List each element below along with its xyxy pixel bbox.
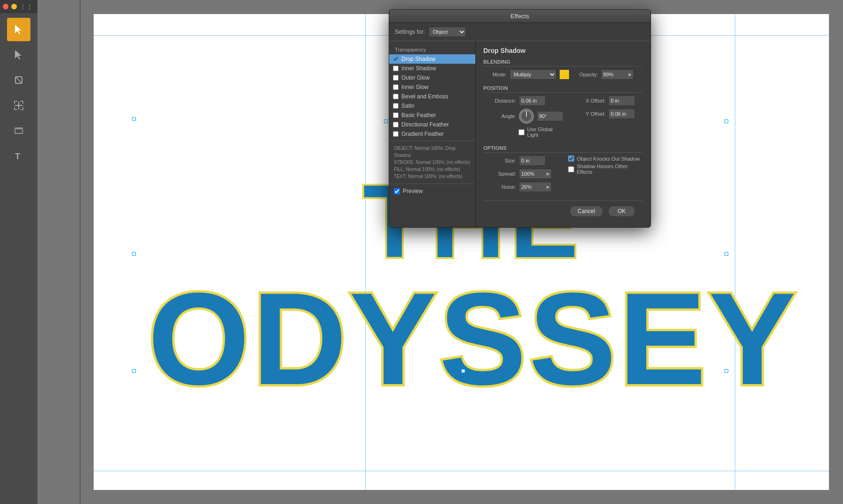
x-offset-row: X Offset:	[573, 96, 643, 106]
effect-checkbox-basic-feather[interactable]	[393, 112, 399, 118]
dialog-footer: Cancel OK	[483, 200, 643, 222]
dialog-right-panel: Drop Shadow Blending Mode: Multiply Norm…	[476, 41, 651, 227]
svg-line-3	[15, 77, 22, 83]
resize-tool-icon	[13, 100, 24, 111]
more-button[interactable]: ⋮⋮	[20, 3, 33, 10]
effect-label-directional-feather: Directional Feather	[401, 121, 449, 128]
effect-item-inner-glow[interactable]: Inner Glow	[389, 82, 475, 92]
angle-input[interactable]	[537, 112, 563, 120]
preview-checkbox[interactable]	[394, 188, 400, 194]
effect-checkbox-gradient-feather[interactable]	[393, 131, 399, 137]
effect-item-outer-glow[interactable]: Outer Glow	[389, 73, 475, 82]
status-line-2: STROKE: Normal 100%; (no effects)	[394, 159, 471, 166]
effect-label-outer-glow: Outer Glow	[401, 74, 430, 81]
y-offset-row: Y Offset:	[573, 109, 643, 119]
options-section: Options Size: Spread:	[483, 145, 643, 195]
effect-item-satin[interactable]: Satin	[389, 101, 475, 111]
x-offset-input[interactable]	[609, 97, 635, 104]
close-button[interactable]	[3, 4, 8, 9]
effect-checkbox-bevel-emboss[interactable]	[393, 94, 399, 99]
effect-checkbox-outer-glow[interactable]	[393, 75, 399, 81]
spread-arrow[interactable]: ▶	[545, 171, 551, 176]
direct-selection-tool-button[interactable]	[7, 43, 30, 67]
blend-color-swatch[interactable]	[559, 69, 569, 80]
effect-checkbox-inner-shadow[interactable]	[393, 66, 399, 71]
size-row: Size:	[483, 156, 559, 166]
effect-checkbox-drop-shadow[interactable]	[393, 56, 399, 62]
svg-marker-1	[15, 50, 22, 59]
selection-handle-ml[interactable]	[132, 252, 136, 256]
options-cols: Size: Spread: ▶	[483, 156, 643, 195]
art-line-odyssey: ODYSSEY	[148, 273, 799, 404]
noise-label: Noise:	[483, 184, 516, 190]
y-offset-input[interactable]	[609, 110, 635, 118]
status-line-4: TEXT: Normal 100%; (no effects)	[394, 173, 471, 180]
position-section: Position Distance: Angle:	[483, 85, 643, 140]
distance-input[interactable]	[519, 97, 545, 104]
effect-item-directional-feather[interactable]: Directional Feather	[389, 120, 475, 129]
selection-handle-br[interactable]	[725, 369, 728, 373]
effect-item-drop-shadow[interactable]: Drop Shadow	[389, 54, 475, 64]
toolbar: ⋮⋮ T	[0, 0, 37, 504]
status-line-3: FILL: Normal 100%; (no effects)	[394, 166, 471, 173]
blending-section: Blending Mode: Multiply Normal Screen Op…	[483, 59, 643, 80]
shadow-honors-label: Shadow Honors Other Effects	[577, 163, 643, 175]
scale-tool-button[interactable]	[7, 119, 30, 142]
size-input-wrap	[519, 156, 546, 166]
status-line-1: OBJECT: Normal 100%; Drop Shadow	[394, 145, 471, 159]
selection-handle-mr[interactable]	[725, 252, 728, 256]
selection-handle-bl[interactable]	[132, 369, 136, 373]
position-label: Position	[483, 85, 643, 93]
global-light-checkbox[interactable]	[518, 129, 525, 135]
spread-input[interactable]	[519, 170, 545, 178]
noise-input[interactable]	[519, 183, 545, 191]
angle-dial[interactable]	[519, 109, 534, 124]
selection-tool-button[interactable]	[7, 18, 30, 41]
effect-item-bevel-emboss[interactable]: Bevel and Emboss	[389, 92, 475, 101]
preview-label: Preview	[403, 188, 423, 194]
size-input[interactable]	[519, 157, 545, 164]
shadow-honors-checkbox[interactable]	[568, 166, 574, 172]
direct-selection-icon	[13, 49, 24, 60]
effect-checkbox-inner-glow[interactable]	[393, 84, 399, 90]
object-knocks-out-checkbox[interactable]	[568, 156, 574, 162]
size-label: Size:	[483, 158, 516, 163]
effect-item-basic-feather[interactable]: Basic Feather	[389, 111, 475, 120]
opacity-arrow[interactable]: ▶	[627, 72, 633, 77]
effect-checkbox-satin[interactable]	[393, 103, 399, 109]
dialog-status: OBJECT: Normal 100%; Drop Shadow STROKE:…	[389, 141, 475, 184]
pen-tool-button[interactable]	[7, 68, 30, 92]
effects-dialog: Effects Settings for: Object Transparenc…	[389, 9, 651, 228]
effect-item-inner-shadow[interactable]: Inner Shadow	[389, 64, 475, 73]
selection-handle-tl[interactable]	[132, 117, 136, 121]
mode-label: Mode:	[483, 72, 507, 77]
angle-row: Angle:	[483, 109, 563, 124]
selection-handle-bm[interactable]	[461, 369, 465, 373]
mode-row: Mode: Multiply Normal Screen Opacity: ▶	[483, 69, 643, 80]
opacity-input[interactable]	[601, 71, 627, 78]
dialog-title: Effects	[510, 13, 529, 20]
text-tool-button[interactable]: T	[7, 144, 30, 168]
minimize-button[interactable]	[11, 4, 17, 9]
effect-item-gradient-feather[interactable]: Gradient Feather	[389, 129, 475, 139]
shadow-honors-row: Shadow Honors Other Effects	[568, 163, 643, 175]
y-offset-label: Y Offset:	[573, 111, 606, 117]
selection-handle-tr[interactable]	[725, 119, 728, 123]
svg-point-7	[521, 111, 532, 122]
spread-row: Spread: ▶	[483, 169, 559, 179]
pen-tool-icon	[13, 74, 24, 86]
noise-arrow[interactable]: ▶	[545, 185, 551, 189]
effect-label-drop-shadow: Drop Shadow	[401, 56, 436, 62]
resize-tool-button[interactable]	[7, 94, 30, 117]
effect-label-basic-feather: Basic Feather	[401, 112, 436, 119]
effect-checkbox-directional-feather[interactable]	[393, 122, 399, 127]
opacity-input-wrap: ▶	[601, 69, 634, 80]
svg-marker-0	[15, 25, 22, 34]
blending-label: Blending	[483, 59, 643, 67]
blend-mode-select[interactable]: Multiply Normal Screen	[510, 69, 556, 80]
cancel-button[interactable]: Cancel	[569, 206, 603, 217]
ok-button[interactable]: OK	[608, 206, 636, 217]
selection-handle-tm[interactable]	[384, 119, 388, 123]
panel-divider	[80, 0, 81, 504]
settings-for-select[interactable]: Object	[429, 27, 466, 37]
